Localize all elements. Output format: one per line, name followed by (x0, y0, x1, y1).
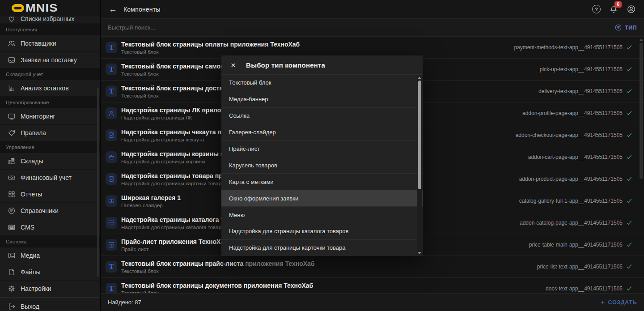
modal-option-selected[interactable]: Окно оформления заявки (221, 190, 423, 207)
grid-icon (8, 190, 16, 198)
sidebar-item-files[interactable]: Файлы (0, 264, 100, 281)
layout-icon (108, 219, 115, 226)
component-code: addon-product-page-app__4914551171505 (519, 176, 623, 182)
sidebar-item-stock-analysis[interactable]: Анализ остатков (0, 80, 100, 97)
section-label: Система (6, 239, 26, 244)
create-button[interactable]: + СОЗДАТЬ (601, 299, 637, 306)
check-icon (626, 44, 632, 51)
component-code: addon-profile-page-app__4914551171505 (522, 110, 623, 116)
modal-option[interactable]: Ссылка (221, 108, 423, 124)
component-title: Широкая галерея 1 (121, 194, 181, 201)
check-icon (626, 242, 632, 248)
cart-addon-icon (106, 151, 117, 163)
sidebar-item-warehouses[interactable]: Склады (0, 153, 100, 170)
bar-chart-icon (8, 84, 16, 92)
sidebar-item-label: Правила (21, 129, 46, 136)
modal-option-list: Текстовый блок Медиа-баннер Ссылка Галер… (221, 74, 423, 256)
component-row[interactable]: T Текстовый блок страницы документов при… (101, 278, 644, 293)
check-icon (626, 132, 632, 138)
sidebar-scrollbar[interactable] (97, 88, 99, 277)
modal-option[interactable]: Надстройка для страницы каталога товаров (221, 223, 423, 240)
section-label: Поступления (6, 27, 37, 32)
modal-option[interactable]: Текстовый блок (221, 75, 423, 91)
users-icon (8, 39, 16, 47)
footer-bar: Найдено: 87 + СОЗДАТЬ (101, 293, 644, 311)
building-icon (8, 157, 16, 165)
back-button[interactable]: ← (109, 5, 117, 13)
sidebar-item-media[interactable]: Медиа (0, 247, 100, 264)
checkout-addon-icon (106, 129, 117, 141)
sidebar-item-label: Поставщики (21, 40, 56, 47)
sidebar-item-label: Мониторинг (21, 113, 55, 120)
modal-option[interactable]: Галерея-слайдер (221, 124, 423, 141)
component-title: Надстройка страницы каталога товар (121, 216, 238, 223)
search-bar: Быстрый поиск... ТИП (101, 19, 644, 37)
sidebar-item-label: Финансовый учет (21, 174, 72, 181)
sidebar-section-postupleniya: Поступления (0, 24, 100, 35)
sidebar-item-label: Анализ остатков (21, 85, 69, 92)
omnis-logo[interactable]: MNIS (0, 0, 100, 16)
modal-option[interactable]: Медиа-баннер (221, 91, 423, 108)
sidebar-item-reports[interactable]: Отчеты (0, 186, 100, 203)
account-button[interactable] (627, 4, 636, 14)
close-icon[interactable]: × (231, 61, 236, 69)
modal-title: Выбор тип компонента (246, 61, 325, 69)
sidebar-section-management: Управление (0, 141, 100, 153)
component-code: pick-up-text-app__4914551171505 (540, 66, 623, 72)
topbar-actions: ? 6 (592, 4, 636, 14)
table-icon (108, 241, 115, 248)
modal-option[interactable]: Карта с метками (221, 174, 423, 190)
help-glyph: ? (595, 7, 598, 12)
check-icon (626, 264, 632, 270)
sidebar-item-suppliers[interactable]: Поставщики (0, 35, 100, 52)
modal-scrollbar[interactable] (417, 75, 422, 256)
component-subtitle: Текстовый блок (121, 49, 300, 55)
sidebar-item-label: Склады (21, 158, 43, 165)
scroll-up-arrow[interactable] (418, 77, 421, 79)
scroll-thumb[interactable] (418, 81, 421, 189)
component-subtitle: Галерея-слайдер (121, 203, 181, 208)
sidebar-item-label: CMS (21, 224, 34, 231)
create-button-label: СОЗДАТЬ (608, 299, 637, 306)
section-label: Складской учет (6, 72, 43, 77)
modal-option[interactable]: Карусель товаров (221, 157, 423, 174)
scroll-up-arrow[interactable] (640, 38, 643, 41)
sidebar-item-directories[interactable]: Справочники (0, 203, 100, 219)
modal-option[interactable]: Прайс-лист (221, 141, 423, 158)
plus-icon: + (601, 299, 605, 306)
sidebar-item-rules[interactable]: Правила (0, 125, 100, 141)
modal-header: × Выбор тип компонента (221, 55, 423, 74)
modal-option[interactable]: Надстройка для страницы карточки товара (221, 240, 423, 256)
notifications-button[interactable]: 6 (609, 5, 618, 14)
sidebar-item-label: Выход (21, 303, 39, 310)
search-input[interactable]: Быстрый поиск... (108, 24, 155, 31)
modal-option[interactable]: Меню (221, 207, 423, 223)
component-code: addon-cart-page-app__4914551171505 (528, 154, 623, 160)
notification-badge: 6 (614, 1, 622, 8)
sidebar-item-monitoring[interactable]: Мониторинг (0, 108, 100, 125)
sidebar: MNIS Списки избранных Поступления Постав… (0, 0, 101, 311)
account-icon (627, 4, 636, 14)
help-icon[interactable]: ? (592, 5, 601, 13)
component-row[interactable]: T Текстовый блок страницы прайс-листа пр… (101, 256, 644, 278)
check-icon (626, 285, 632, 292)
sidebar-item-favorites-cut[interactable]: Списки избранных (0, 16, 100, 24)
sidebar-item-label: Справочники (21, 207, 59, 214)
sidebar-item-supply-requests[interactable]: Заявки на поставку (0, 52, 100, 68)
text-block-icon: T (106, 261, 117, 273)
component-code: price-table-main-app__4914551171505 (529, 242, 623, 248)
type-filter-button[interactable]: ТИП (614, 24, 637, 31)
sidebar-item-finance[interactable]: Финансовый учет (0, 170, 100, 186)
main-scrollbar[interactable] (640, 38, 643, 289)
topbar: ← Компоненты ? 6 (101, 0, 644, 19)
component-code: addon-checkout-page-app__4914551171505 (516, 132, 623, 138)
filter-icon (614, 24, 622, 31)
sidebar-section-pricing: Ценообразование (0, 97, 100, 108)
check-icon (626, 66, 632, 72)
gear-icon (8, 285, 16, 293)
sidebar-item-logout[interactable]: Выход (0, 297, 100, 311)
sidebar-item-settings[interactable]: Настройки (0, 281, 100, 297)
scroll-thumb[interactable] (640, 43, 643, 179)
scroll-down-arrow[interactable] (418, 252, 421, 254)
sidebar-item-cms[interactable]: CMS (0, 219, 100, 236)
